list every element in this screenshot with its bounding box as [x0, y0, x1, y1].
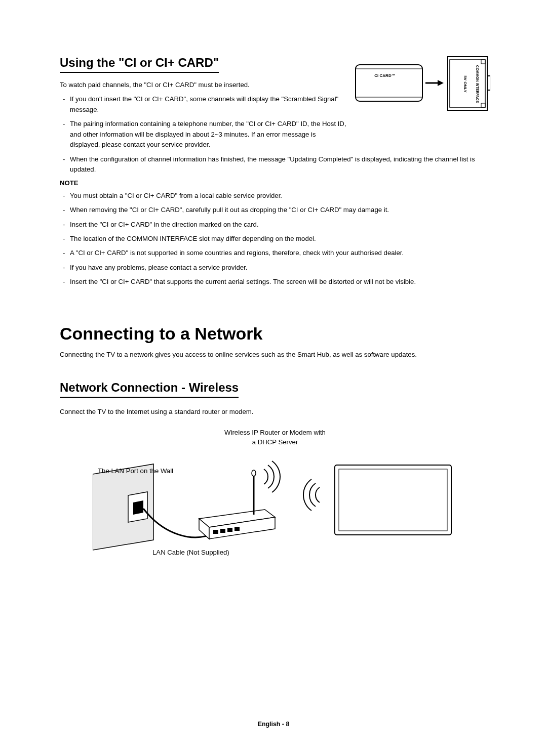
primary-bullets-continued: When the configuration of channel inform… — [60, 154, 490, 175]
svg-rect-18 — [227, 528, 232, 532]
sub-copy-wireless: Connect the TV to the Internet using a s… — [60, 407, 490, 417]
svg-rect-0 — [356, 65, 422, 101]
bullet-item: Insert the "CI or CI+ CARD" in the direc… — [60, 220, 490, 230]
diagram-bottom-label: LAN Cable (Not Supplied) — [152, 549, 229, 556]
svg-marker-12 — [133, 500, 143, 515]
bullet-item: If you have any problems, please contact… — [60, 263, 490, 273]
subheading-wireless: Network Connection - Wireless — [60, 381, 239, 398]
page-footer: English - 8 — [0, 721, 547, 728]
svg-rect-7 — [481, 60, 485, 64]
primary-bullets: If you don't insert the "CI or CI+ CARD"… — [60, 94, 347, 150]
bullet-item: When removing the "CI or CI+ CARD", care… — [60, 205, 490, 215]
bullet-item: Insert the "CI or CI+ CARD" that support… — [60, 277, 490, 287]
svg-rect-19 — [235, 527, 240, 531]
svg-rect-23 — [339, 469, 447, 531]
svg-rect-9 — [487, 76, 490, 90]
slot-5v-label: 5V ONLY — [463, 75, 467, 93]
section-title-ci: Using the "CI or CI+ CARD" — [60, 56, 219, 73]
wireless-diagram: The LAN Port on the Wall — [93, 454, 457, 565]
bullet-item: When the configuration of channel inform… — [60, 154, 490, 175]
note-heading: NOTE — [60, 179, 490, 187]
note-bullets: You must obtain a "CI or CI+ CARD" from … — [60, 191, 490, 287]
heading-connecting-network: Connecting to a Network — [60, 324, 490, 344]
bullet-item: You must obtain a "CI or CI+ CARD" from … — [60, 191, 490, 201]
svg-rect-8 — [481, 103, 485, 107]
diagram-left-label: The LAN Port on the Wall — [98, 467, 173, 475]
intro-text: To watch paid channels, the "CI or CI+ C… — [60, 80, 347, 90]
svg-point-21 — [252, 470, 256, 476]
ci-card-illustration: CI CARD™ 5V ONLY COMMON INTERFACE — [355, 54, 490, 116]
ci-card-label-svg: CI CARD™ — [374, 73, 395, 78]
slot-common-interface-label: COMMON INTERFACE — [476, 65, 479, 103]
bullet-item: A "CI or CI+ CARD" is not supported in s… — [60, 248, 490, 258]
section-using-ci-card: CI CARD™ 5V ONLY COMMON INTERFACE — [60, 56, 490, 287]
svg-marker-4 — [438, 80, 444, 86]
svg-rect-16 — [213, 530, 218, 534]
bullet-item: If you don't insert the "CI or CI+ CARD"… — [60, 94, 347, 115]
svg-rect-17 — [220, 529, 225, 533]
bullet-item: The pairing information containing a tel… — [60, 119, 347, 150]
heading-copy: Connecting the TV to a network gives you… — [60, 351, 490, 358]
diagram-top-caption: Wireless IP Router or Modem with a DHCP … — [60, 428, 490, 447]
bullet-item: The location of the COMMON INTERFACE slo… — [60, 234, 490, 244]
